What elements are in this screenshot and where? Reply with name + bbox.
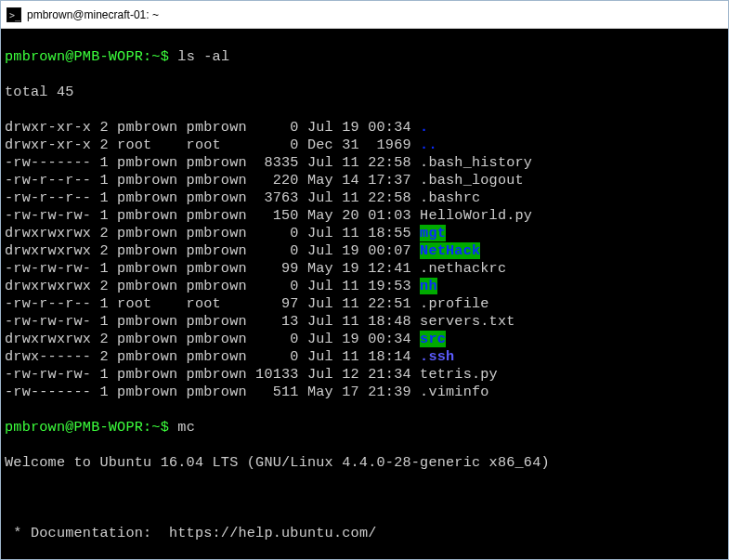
ls-row: -rw-r--r-- 1 pmbrown pmbrown 220 May 14 … — [5, 172, 724, 189]
motd-welcome: Welcome to Ubuntu 16.04 LTS (GNU/Linux 4… — [5, 454, 724, 472]
ls-row: -rw-rw-rw- 1 pmbrown pmbrown 13 Jul 11 1… — [5, 313, 724, 331]
ls-row: drwxrwxrwx 2 pmbrown pmbrown 0 Jul 19 00… — [5, 242, 724, 260]
ls-row: drwxrwxrwx 2 pmbrown pmbrown 0 Jul 11 19… — [5, 278, 724, 295]
command-text: mc — [177, 419, 195, 436]
file-name: servers.txt — [420, 313, 514, 330]
file-name: .profile — [420, 295, 489, 312]
file-name: .ssh — [420, 348, 454, 365]
prompt-userhost: pmbrown@PMB-WOPR:~$ — [5, 419, 169, 436]
command-text: ls -al — [177, 48, 229, 65]
file-name: .bash_history — [420, 154, 532, 171]
ls-row: drwxr-xr-x 2 root root 0 Dec 31 1969 .. — [5, 137, 724, 154]
window-title: pmbrown@minecraft-01: ~ — [27, 8, 159, 21]
ls-row: -rw-r--r-- 1 root root 97 Jul 11 22:51 .… — [5, 295, 724, 313]
ls-row: -rw-r--r-- 1 pmbrown pmbrown 3763 Jul 11… — [5, 189, 724, 207]
file-name: NetHack — [420, 242, 480, 259]
ls-row: drwxrwxrwx 2 pmbrown pmbrown 0 Jul 19 00… — [5, 331, 724, 348]
prompt-userhost: pmbrown@PMB-WOPR:~$ — [5, 48, 169, 65]
file-name: .bash_logout — [420, 172, 524, 189]
ls-row: -rw-rw-rw- 1 pmbrown pmbrown 150 May 20 … — [5, 207, 724, 225]
motd-doc-label: * Documentation: — [5, 525, 169, 541]
ls-row: drwx------ 2 pmbrown pmbrown 0 Jul 11 18… — [5, 348, 724, 366]
ls-row: drwxrwxrwx 2 pmbrown pmbrown 0 Jul 11 18… — [5, 225, 724, 242]
ls-total: total 45 — [5, 84, 724, 101]
ls-row: -rw-rw-rw- 1 pmbrown pmbrown 99 May 19 1… — [5, 260, 724, 278]
file-name: .viminfo — [420, 384, 489, 400]
titlebar[interactable]: >_ pmbrown@minecraft-01: ~ — [1, 1, 728, 29]
terminal-icon: >_ — [7, 7, 21, 22]
motd-doc-url: https://help.ubuntu.com/ — [169, 525, 377, 541]
file-name: . — [420, 119, 428, 136]
file-name: mgt — [420, 225, 446, 241]
file-name: src — [420, 331, 446, 347]
file-name: .bashrc — [420, 189, 480, 206]
ls-row: -rw------- 1 pmbrown pmbrown 8335 Jul 11… — [5, 154, 724, 172]
file-name: nh — [420, 278, 437, 294]
file-name: tetris.py — [420, 366, 498, 383]
ls-row: drwxr-xr-x 2 pmbrown pmbrown 0 Jul 19 00… — [5, 119, 724, 137]
ls-row: -rw-rw-rw- 1 pmbrown pmbrown 10133 Jul 1… — [5, 366, 724, 384]
ls-row: -rw------- 1 pmbrown pmbrown 511 May 17 … — [5, 384, 724, 401]
file-name: HelloWorld.py — [420, 207, 532, 224]
file-name: .. — [420, 137, 437, 153]
terminal-output[interactable]: pmbrown@PMB-WOPR:~$ ls -al total 45 drwx… — [1, 29, 728, 559]
terminal-window: >_ pmbrown@minecraft-01: ~ pmbrown@PMB-W… — [0, 0, 729, 560]
file-name: .nethackrc — [420, 260, 506, 277]
svg-text:>_: >_ — [9, 10, 21, 21]
